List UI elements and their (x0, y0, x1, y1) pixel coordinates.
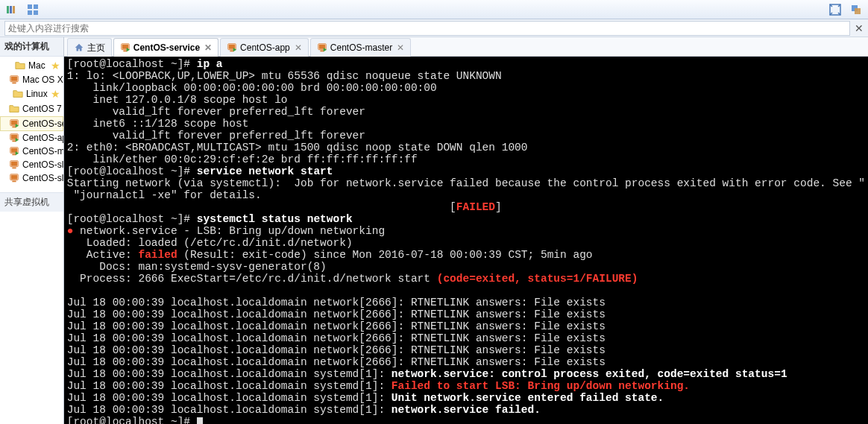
search-row: ✕ (0, 19, 868, 37)
sidebar-bottom-label: 共享虚拟机 (0, 192, 63, 212)
vm-icon (120, 42, 130, 53)
star-icon: ★ (51, 60, 60, 72)
svg-rect-12 (12, 83, 16, 84)
tab-bar: 主页CentOS-service✕CentOS-app✕CentOS-maste… (64, 37, 868, 57)
sidebar-item-label: Linux (26, 89, 48, 99)
toolbar-btn-thumbnail[interactable] (25, 2, 40, 17)
sidebar-item-label: CentOS-master (22, 146, 64, 156)
folder-icon (15, 60, 25, 71)
star-icon: ★ (51, 88, 60, 100)
sidebar-item-label: CentOS-app (22, 133, 64, 143)
svg-rect-29 (11, 175, 18, 180)
content-area: 主页CentOS-service✕CentOS-app✕CentOS-maste… (64, 37, 868, 424)
svg-rect-26 (11, 162, 18, 166)
sidebar: 戏的计算机 Mac★Mac OS X 10.8Linux★CentOS 7 64… (0, 37, 64, 424)
svg-rect-9 (855, 8, 861, 14)
svg-rect-4 (34, 4, 38, 9)
tab-centos-app[interactable]: CentOS-app✕ (220, 38, 309, 57)
sidebar-item-label: CentOS-service (22, 118, 64, 129)
svg-rect-5 (28, 10, 32, 15)
vm-icon (9, 159, 19, 170)
sidebar-item-linux[interactable]: Linux★ (0, 86, 63, 101)
toolbar-btn-fullscreen[interactable] (828, 2, 843, 17)
svg-rect-27 (12, 168, 16, 169)
vm-icon (9, 173, 19, 183)
close-icon[interactable]: ✕ (295, 42, 302, 53)
home-icon (74, 42, 84, 53)
svg-rect-0 (7, 6, 9, 13)
tab-label: CentOS-service (133, 42, 200, 53)
folder-icon (13, 89, 23, 99)
tab-centos-master[interactable]: CentOS-master✕ (310, 38, 411, 57)
sidebar-item-centos-7-64bit[interactable]: CentOS 7 64bit★ (0, 101, 63, 116)
vm-tree: Mac★Mac OS X 10.8Linux★CentOS 7 64bit★Ce… (0, 57, 63, 192)
tab-centos-service[interactable]: CentOS-service✕ (113, 38, 218, 57)
sidebar-item-mac-os-x-10-8[interactable]: Mac OS X 10.8 (0, 73, 63, 86)
search-input[interactable] (4, 21, 850, 36)
close-icon[interactable]: ✕ (204, 42, 212, 53)
sidebar-item-label: CentOS-slave2 (22, 173, 64, 183)
vm-icon (9, 133, 19, 143)
toolbar-btn-unity[interactable] (849, 2, 864, 17)
svg-rect-6 (34, 10, 38, 15)
svg-rect-11 (11, 77, 18, 81)
sidebar-item-centos-slave2[interactable]: CentOS-slave2 (0, 171, 63, 185)
svg-rect-2 (13, 6, 15, 13)
top-toolbar (0, 0, 868, 19)
close-icon[interactable]: ✕ (397, 42, 404, 53)
svg-rect-30 (12, 181, 16, 183)
terminal-cursor (197, 417, 203, 424)
vm-icon (227, 42, 237, 53)
sidebar-item-label: Mac OS X 10.8 (22, 75, 64, 85)
tab-label: CentOS-master (330, 42, 392, 53)
sidebar-item-mac[interactable]: Mac★ (0, 58, 63, 73)
svg-rect-3 (28, 4, 32, 9)
tab-label: 主页 (87, 42, 105, 54)
sidebar-item-label: Mac (28, 60, 45, 71)
folder-icon (9, 104, 19, 114)
vm-icon (9, 75, 19, 85)
sidebar-panel-title: 戏的计算机 (0, 37, 63, 57)
tab-label: CentOS-app (240, 42, 290, 53)
vm-icon (9, 118, 19, 129)
terminal[interactable]: [root@localhost ~]# ip a 1: lo: <LOOPBAC… (64, 57, 868, 424)
toolbar-btn-library[interactable] (4, 2, 19, 17)
vm-icon (317, 42, 327, 53)
close-icon[interactable]: ✕ (855, 22, 864, 34)
tab--[interactable]: 主页 (67, 38, 112, 57)
sidebar-item-centos-app[interactable]: CentOS-app (0, 131, 63, 145)
sidebar-item-label: CentOS-slave1 (22, 159, 64, 170)
sidebar-item-centos-service[interactable]: CentOS-service★ (0, 116, 63, 131)
sidebar-item-centos-slave1[interactable]: CentOS-slave1 (0, 158, 63, 171)
vm-icon (9, 146, 19, 156)
sidebar-item-label: CentOS 7 64bit (22, 104, 64, 114)
svg-rect-1 (10, 6, 12, 13)
sidebar-item-centos-master[interactable]: CentOS-master (0, 145, 63, 158)
